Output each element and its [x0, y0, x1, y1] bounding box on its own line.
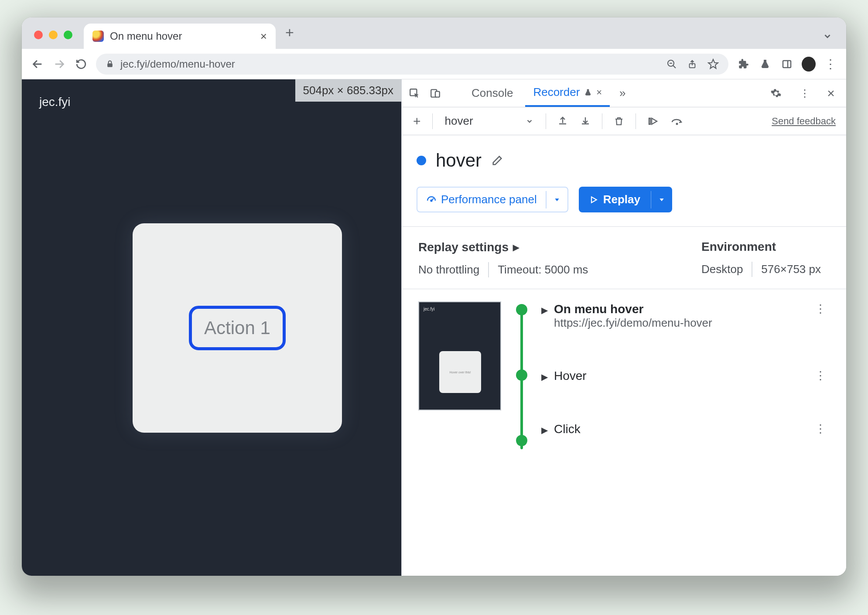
browser-window: On menu hover × + jec.fyi/demo/menu-hove… [22, 17, 846, 576]
expand-icon: ▶ [541, 369, 548, 382]
edit-name-button[interactable] [491, 154, 503, 167]
new-tab-button[interactable]: + [276, 24, 304, 49]
svg-point-15 [676, 123, 678, 125]
timeline-node[interactable] [516, 369, 527, 381]
recording-selector[interactable]: hover [440, 113, 539, 130]
svg-marker-20 [660, 198, 663, 201]
timeline-node[interactable] [516, 304, 527, 315]
inspect-element-icon[interactable] [409, 88, 425, 99]
step-title: Click [554, 422, 581, 436]
step-title: Hover [554, 369, 587, 383]
recording-title-row: hover [417, 150, 831, 171]
tab-recorder[interactable]: Recorder × [525, 79, 610, 107]
replay-settings: Replay settings ▸ No throttling Timeout:… [417, 227, 831, 289]
labs-icon[interactable] [758, 58, 772, 70]
device-value: Desktop [701, 262, 752, 277]
sidepanel-icon[interactable] [780, 59, 794, 69]
window-controls [30, 31, 79, 49]
bookmark-icon[interactable] [707, 58, 719, 70]
step-menu-button[interactable]: ⋮ [811, 422, 830, 436]
url-text: jec.fyi/demo/menu-hover [120, 58, 235, 70]
timeline-node[interactable] [516, 435, 527, 446]
expand-icon: ▶ [541, 302, 548, 315]
close-tab-icon[interactable]: × [596, 87, 602, 98]
tab-strip: On menu hover × + [22, 17, 846, 49]
settings-icon[interactable] [770, 88, 787, 99]
devtools-tab-bar: Console Recorder × » ⋮ × [402, 79, 846, 107]
send-feedback-link[interactable]: Send feedback [772, 116, 839, 127]
forward-button[interactable] [52, 58, 66, 70]
browser-menu-button[interactable]: ⋮ [824, 57, 837, 71]
expand-icon: ▸ [513, 240, 519, 254]
action-button[interactable]: Action 1 [189, 306, 286, 350]
browser-tab[interactable]: On menu hover × [84, 24, 276, 49]
flask-icon [584, 88, 592, 97]
replay-settings-heading[interactable]: Replay settings ▸ [418, 240, 675, 254]
zoom-icon[interactable] [666, 59, 677, 69]
environment-heading: Environment [701, 240, 830, 254]
favicon-icon [92, 31, 104, 42]
step-screenshot[interactable]: jec.fyi Hover over this! [418, 301, 501, 410]
import-button[interactable] [576, 116, 595, 126]
inspected-page: jec.fyi 504px × 685.33px Action 1 [22, 79, 401, 576]
gauge-icon [426, 195, 437, 205]
svg-marker-18 [555, 198, 559, 201]
step-title: On menu hover [554, 302, 712, 316]
replay-dropdown[interactable] [651, 191, 672, 208]
delete-button[interactable] [609, 116, 629, 127]
svg-marker-19 [591, 197, 597, 202]
timeout-value: Timeout: 5000 ms [489, 262, 597, 277]
svg-line-4 [673, 65, 676, 68]
step-button[interactable] [666, 116, 688, 126]
back-button[interactable] [31, 58, 44, 70]
viewport-value: 576×753 px [752, 262, 830, 277]
step-subtitle: https://jec.fyi/demo/menu-hover [554, 316, 712, 330]
maximize-window-button[interactable] [64, 31, 72, 39]
close-devtools-button[interactable]: × [823, 86, 839, 101]
timeline [513, 301, 530, 436]
tabs-dropdown-button[interactable] [823, 31, 832, 41]
performance-dropdown[interactable] [546, 191, 567, 208]
step-row[interactable]: ▶ On menu hover https://jec.fyi/demo/men… [541, 302, 830, 330]
close-window-button[interactable] [34, 31, 43, 39]
address-bar[interactable]: jec.fyi/demo/menu-hover [96, 54, 728, 75]
svg-marker-7 [708, 59, 718, 68]
devtools-menu-button[interactable]: ⋮ [796, 87, 813, 99]
recording-status-dot [417, 156, 426, 165]
continue-button[interactable] [643, 116, 663, 126]
export-button[interactable] [553, 116, 572, 126]
svg-rect-8 [783, 61, 791, 68]
viewport-dimensions-overlay: 504px × 685.33px [295, 79, 401, 102]
minimize-window-button[interactable] [49, 31, 58, 39]
close-tab-button[interactable]: × [260, 30, 267, 43]
more-tabs-button[interactable]: » [614, 86, 631, 100]
tab-console[interactable]: Console [464, 80, 521, 106]
step-row[interactable]: ▶ Click ⋮ [541, 422, 830, 436]
step-menu-button[interactable]: ⋮ [811, 369, 830, 383]
recording-name: hover [436, 150, 482, 171]
lock-icon [106, 60, 114, 68]
step-menu-button[interactable]: ⋮ [811, 302, 830, 316]
extensions-icon[interactable] [736, 58, 750, 70]
chevron-down-icon [526, 117, 533, 125]
reload-button[interactable] [74, 58, 88, 70]
replay-button[interactable]: Replay [579, 187, 672, 212]
share-icon[interactable] [687, 59, 697, 69]
svg-rect-2 [107, 63, 113, 67]
performance-panel-button[interactable]: Performance panel [417, 187, 568, 212]
svg-rect-12 [435, 91, 440, 97]
svg-marker-14 [652, 118, 657, 124]
step-row[interactable]: ▶ Hover ⋮ [541, 369, 830, 383]
recorder-toolbar: + hover Send feedback [402, 107, 846, 135]
devtools-panel: Console Recorder × » ⋮ × + hover [401, 79, 846, 576]
svg-point-17 [431, 200, 432, 201]
device-toolbar-icon[interactable] [430, 88, 446, 99]
new-recording-button[interactable]: + [409, 114, 425, 129]
svg-rect-13 [649, 118, 650, 124]
profile-avatar[interactable] [802, 57, 816, 72]
throttling-value: No throttling [418, 262, 489, 277]
tab-title: On menu hover [110, 30, 182, 42]
browser-toolbar: jec.fyi/demo/menu-hover ⋮ [22, 49, 846, 79]
steps-section: jec.fyi Hover over this! ▶ On menu [417, 289, 831, 448]
play-icon [589, 195, 598, 204]
